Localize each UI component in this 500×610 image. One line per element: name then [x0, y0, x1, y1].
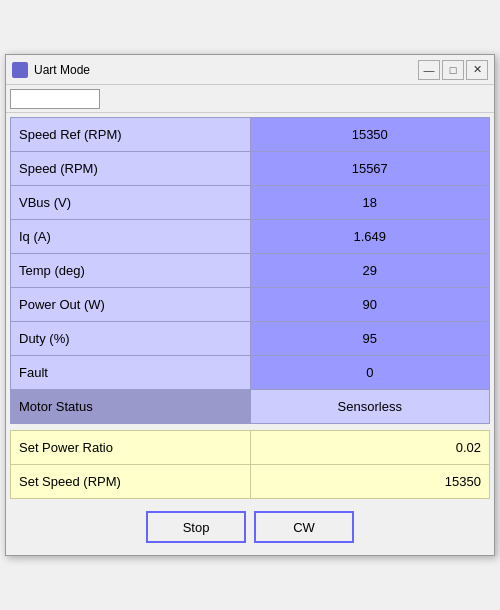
close-button[interactable]: ✕ — [466, 60, 488, 80]
table-row: Speed Ref (RPM)15350 — [11, 118, 490, 152]
set-row-value[interactable]: 15350 — [250, 465, 490, 499]
content-area: Speed Ref (RPM)15350Speed (RPM)15567VBus… — [6, 113, 494, 555]
row-value: 29 — [250, 254, 490, 288]
data-table: Speed Ref (RPM)15350Speed (RPM)15567VBus… — [10, 117, 490, 424]
window-icon — [12, 62, 28, 78]
row-value: 95 — [250, 322, 490, 356]
row-label: Temp (deg) — [11, 254, 251, 288]
row-label: Iq (A) — [11, 220, 251, 254]
set-table: Set Power Ratio0.02Set Speed (RPM)15350 — [10, 430, 490, 499]
table-row: Duty (%)95 — [11, 322, 490, 356]
table-row: Temp (deg)29 — [11, 254, 490, 288]
toolbar-input[interactable] — [10, 89, 100, 109]
button-row: Stop CW — [10, 505, 490, 551]
cw-button[interactable]: CW — [254, 511, 354, 543]
table-row: Speed (RPM)15567 — [11, 152, 490, 186]
table-row: Iq (A)1.649 — [11, 220, 490, 254]
set-table-row: Set Speed (RPM)15350 — [11, 465, 490, 499]
row-value: 1.649 — [250, 220, 490, 254]
row-value: 18 — [250, 186, 490, 220]
window-title: Uart Mode — [34, 63, 418, 77]
row-value: Sensorless — [250, 390, 490, 424]
set-table-row: Set Power Ratio0.02 — [11, 431, 490, 465]
table-row: Power Out (W)90 — [11, 288, 490, 322]
row-label: Power Out (W) — [11, 288, 251, 322]
maximize-button[interactable]: □ — [442, 60, 464, 80]
minimize-button[interactable]: — — [418, 60, 440, 80]
set-row-label: Set Speed (RPM) — [11, 465, 251, 499]
set-row-value[interactable]: 0.02 — [250, 431, 490, 465]
row-value: 15567 — [250, 152, 490, 186]
row-label: Speed Ref (RPM) — [11, 118, 251, 152]
row-label: Speed (RPM) — [11, 152, 251, 186]
toolbar — [6, 85, 494, 113]
row-value: 90 — [250, 288, 490, 322]
table-row: VBus (V)18 — [11, 186, 490, 220]
row-value: 0 — [250, 356, 490, 390]
title-bar-controls: — □ ✕ — [418, 60, 488, 80]
row-label: Motor Status — [11, 390, 251, 424]
main-window: Uart Mode — □ ✕ Speed Ref (RPM)15350Spee… — [5, 54, 495, 556]
table-row: Fault0 — [11, 356, 490, 390]
row-label: VBus (V) — [11, 186, 251, 220]
stop-button[interactable]: Stop — [146, 511, 246, 543]
table-row: Motor StatusSensorless — [11, 390, 490, 424]
set-row-label: Set Power Ratio — [11, 431, 251, 465]
row-value: 15350 — [250, 118, 490, 152]
row-label: Duty (%) — [11, 322, 251, 356]
title-bar: Uart Mode — □ ✕ — [6, 55, 494, 85]
row-label: Fault — [11, 356, 251, 390]
